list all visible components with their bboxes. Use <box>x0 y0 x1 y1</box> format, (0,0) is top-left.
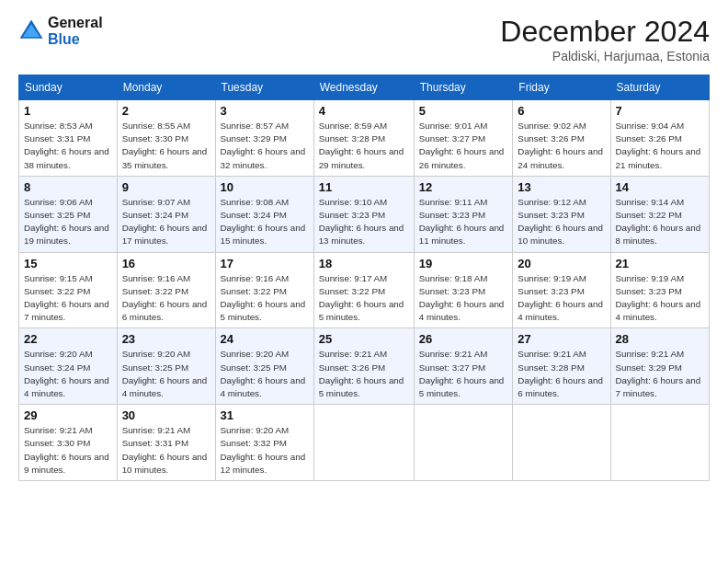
title-block: December 2024 Paldiski, Harjumaa, Estoni… <box>500 15 710 63</box>
day-number: 27 <box>518 332 605 346</box>
calendar-cell <box>313 405 414 481</box>
day-info: Sunrise: 9:12 AMSunset: 3:23 PMDaylight:… <box>518 196 605 248</box>
col-friday: Friday <box>513 75 610 100</box>
day-number: 7 <box>616 104 704 118</box>
calendar-cell <box>513 405 610 481</box>
calendar-cell: 12Sunrise: 9:11 AMSunset: 3:23 PMDayligh… <box>414 176 513 252</box>
day-info: Sunrise: 8:57 AMSunset: 3:29 PMDaylight:… <box>221 120 309 172</box>
calendar-cell <box>610 405 709 481</box>
calendar-week-row-1: 1Sunrise: 8:53 AMSunset: 3:31 PMDaylight… <box>19 100 710 177</box>
calendar-cell: 23Sunrise: 9:20 AMSunset: 3:25 PMDayligh… <box>117 328 215 405</box>
day-info: Sunrise: 9:16 AMSunset: 3:22 PMDaylight:… <box>122 272 210 325</box>
day-info: Sunrise: 9:08 AMSunset: 3:24 PMDaylight:… <box>221 196 309 248</box>
day-number: 8 <box>24 180 112 194</box>
day-number: 12 <box>419 180 508 194</box>
calendar-cell: 4Sunrise: 8:59 AMSunset: 3:28 PMDaylight… <box>313 100 414 177</box>
day-number: 2 <box>122 104 210 118</box>
day-number: 19 <box>419 257 508 270</box>
calendar-week-row-3: 15Sunrise: 9:15 AMSunset: 3:22 PMDayligh… <box>19 252 710 328</box>
col-sunday: Sunday <box>19 75 118 100</box>
day-info: Sunrise: 9:18 AMSunset: 3:23 PMDaylight:… <box>419 272 508 325</box>
day-info: Sunrise: 8:59 AMSunset: 3:28 PMDaylight:… <box>319 120 409 172</box>
day-info: Sunrise: 9:19 AMSunset: 3:23 PMDaylight:… <box>616 272 704 325</box>
day-info: Sunrise: 9:01 AMSunset: 3:27 PMDaylight:… <box>419 120 508 172</box>
day-info: Sunrise: 9:15 AMSunset: 3:22 PMDaylight:… <box>24 272 112 325</box>
day-info: Sunrise: 9:21 AMSunset: 3:27 PMDaylight:… <box>419 348 508 400</box>
calendar-week-row-4: 22Sunrise: 9:20 AMSunset: 3:24 PMDayligh… <box>19 328 710 405</box>
day-info: Sunrise: 9:16 AMSunset: 3:22 PMDaylight:… <box>221 272 309 325</box>
day-info: Sunrise: 9:11 AMSunset: 3:23 PMDaylight:… <box>419 196 508 248</box>
day-info: Sunrise: 8:53 AMSunset: 3:31 PMDaylight:… <box>24 120 112 172</box>
col-saturday: Saturday <box>610 75 709 100</box>
logo: General Blue <box>18 15 103 47</box>
calendar-cell: 24Sunrise: 9:20 AMSunset: 3:25 PMDayligh… <box>215 328 313 405</box>
day-info: Sunrise: 9:07 AMSunset: 3:24 PMDaylight:… <box>122 196 210 248</box>
calendar-cell: 6Sunrise: 9:02 AMSunset: 3:26 PMDaylight… <box>513 100 610 177</box>
calendar-cell: 15Sunrise: 9:15 AMSunset: 3:22 PMDayligh… <box>19 252 118 328</box>
day-number: 3 <box>221 104 309 118</box>
calendar-week-row-2: 8Sunrise: 9:06 AMSunset: 3:25 PMDaylight… <box>19 176 710 252</box>
calendar-cell: 26Sunrise: 9:21 AMSunset: 3:27 PMDayligh… <box>414 328 513 405</box>
day-number: 10 <box>221 180 309 194</box>
day-info: Sunrise: 9:21 AMSunset: 3:26 PMDaylight:… <box>319 348 409 400</box>
calendar-cell: 9Sunrise: 9:07 AMSunset: 3:24 PMDaylight… <box>117 176 215 252</box>
day-number: 13 <box>518 180 605 194</box>
day-info: Sunrise: 9:20 AMSunset: 3:32 PMDaylight:… <box>221 424 309 477</box>
header: General Blue December 2024 Paldiski, Har… <box>18 15 710 63</box>
calendar-cell: 28Sunrise: 9:21 AMSunset: 3:29 PMDayligh… <box>610 328 709 405</box>
calendar-cell: 10Sunrise: 9:08 AMSunset: 3:24 PMDayligh… <box>215 176 313 252</box>
day-number: 17 <box>221 257 309 270</box>
day-number: 16 <box>122 257 210 270</box>
calendar-cell: 30Sunrise: 9:21 AMSunset: 3:31 PMDayligh… <box>117 405 215 481</box>
calendar-cell: 21Sunrise: 9:19 AMSunset: 3:23 PMDayligh… <box>610 252 709 328</box>
day-info: Sunrise: 9:20 AMSunset: 3:25 PMDaylight:… <box>122 348 210 400</box>
day-info: Sunrise: 9:21 AMSunset: 3:29 PMDaylight:… <box>616 348 704 400</box>
calendar-cell: 18Sunrise: 9:17 AMSunset: 3:22 PMDayligh… <box>313 252 414 328</box>
calendar-cell: 14Sunrise: 9:14 AMSunset: 3:22 PMDayligh… <box>610 176 709 252</box>
day-info: Sunrise: 9:02 AMSunset: 3:26 PMDaylight:… <box>518 120 605 172</box>
day-number: 24 <box>221 332 309 346</box>
logo-text: General Blue <box>48 15 103 47</box>
calendar-cell: 8Sunrise: 9:06 AMSunset: 3:25 PMDaylight… <box>19 176 118 252</box>
day-number: 5 <box>419 104 508 118</box>
day-number: 21 <box>616 257 704 270</box>
col-wednesday: Wednesday <box>313 75 414 100</box>
calendar-cell: 1Sunrise: 8:53 AMSunset: 3:31 PMDaylight… <box>19 100 118 177</box>
calendar-cell: 22Sunrise: 9:20 AMSunset: 3:24 PMDayligh… <box>19 328 118 405</box>
calendar-cell: 27Sunrise: 9:21 AMSunset: 3:28 PMDayligh… <box>513 328 610 405</box>
day-info: Sunrise: 9:14 AMSunset: 3:22 PMDaylight:… <box>616 196 704 248</box>
day-info: Sunrise: 9:10 AMSunset: 3:23 PMDaylight:… <box>319 196 409 248</box>
day-info: Sunrise: 9:04 AMSunset: 3:26 PMDaylight:… <box>616 120 704 172</box>
col-monday: Monday <box>117 75 215 100</box>
day-number: 1 <box>24 104 112 118</box>
calendar-cell: 29Sunrise: 9:21 AMSunset: 3:30 PMDayligh… <box>19 405 118 481</box>
calendar-cell: 17Sunrise: 9:16 AMSunset: 3:22 PMDayligh… <box>215 252 313 328</box>
day-number: 31 <box>221 408 309 422</box>
day-number: 20 <box>518 257 605 270</box>
calendar-cell: 20Sunrise: 9:19 AMSunset: 3:23 PMDayligh… <box>513 252 610 328</box>
calendar-cell: 13Sunrise: 9:12 AMSunset: 3:23 PMDayligh… <box>513 176 610 252</box>
calendar-cell: 19Sunrise: 9:18 AMSunset: 3:23 PMDayligh… <box>414 252 513 328</box>
day-number: 29 <box>24 408 112 422</box>
calendar-cell: 25Sunrise: 9:21 AMSunset: 3:26 PMDayligh… <box>313 328 414 405</box>
day-number: 22 <box>24 332 112 346</box>
day-info: Sunrise: 9:17 AMSunset: 3:22 PMDaylight:… <box>319 272 409 325</box>
day-number: 14 <box>616 180 704 194</box>
day-info: Sunrise: 9:06 AMSunset: 3:25 PMDaylight:… <box>24 196 112 248</box>
day-number: 23 <box>122 332 210 346</box>
col-tuesday: Tuesday <box>215 75 313 100</box>
day-info: Sunrise: 9:20 AMSunset: 3:24 PMDaylight:… <box>24 348 112 400</box>
day-number: 11 <box>319 180 409 194</box>
calendar-cell: 3Sunrise: 8:57 AMSunset: 3:29 PMDaylight… <box>215 100 313 177</box>
day-info: Sunrise: 8:55 AMSunset: 3:30 PMDaylight:… <box>122 120 210 172</box>
calendar-cell: 2Sunrise: 8:55 AMSunset: 3:30 PMDaylight… <box>117 100 215 177</box>
calendar-week-row-5: 29Sunrise: 9:21 AMSunset: 3:30 PMDayligh… <box>19 405 710 481</box>
day-number: 25 <box>319 332 409 346</box>
day-info: Sunrise: 9:21 AMSunset: 3:28 PMDaylight:… <box>518 348 605 400</box>
calendar-cell <box>414 405 513 481</box>
day-number: 6 <box>518 104 605 118</box>
logo-icon <box>18 18 44 44</box>
calendar-table: Sunday Monday Tuesday Wednesday Thursday… <box>18 75 710 481</box>
day-info: Sunrise: 9:21 AMSunset: 3:31 PMDaylight:… <box>122 424 210 477</box>
day-number: 30 <box>122 408 210 422</box>
